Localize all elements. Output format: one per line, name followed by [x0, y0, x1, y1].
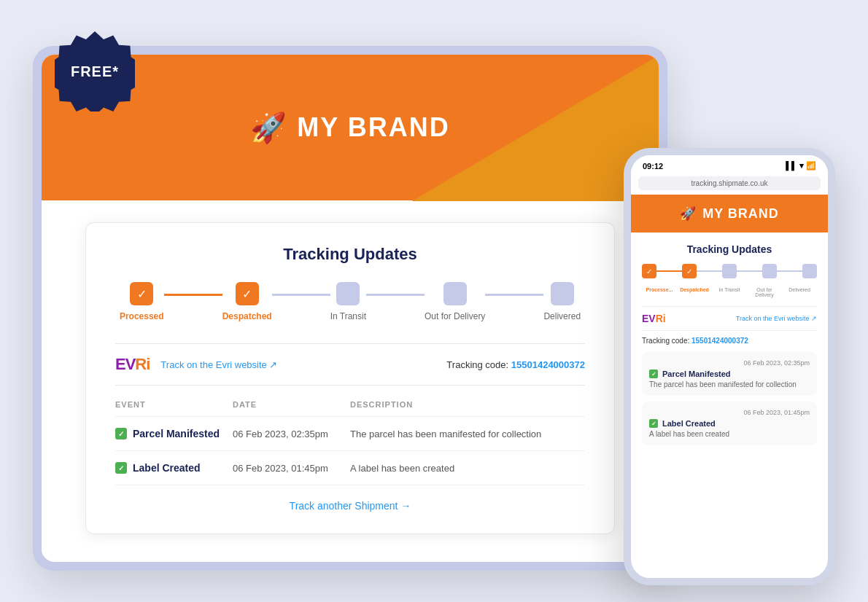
- desktop-mockup: 🚀 MY BRAND Tracking Updates ✓ Processed: [33, 46, 667, 571]
- tracking-card: Tracking Updates ✓ Processed ✓ Despatche…: [85, 222, 615, 534]
- step-delivered: Delivered: [543, 282, 581, 321]
- mobile-progress: ✓ ✓: [642, 264, 817, 278]
- mobile-content: Tracking Updates ✓ ✓ Processe... Despatc…: [631, 232, 828, 462]
- mobile-tracking-code: Tracking code: 15501424000372: [642, 337, 817, 345]
- carrier-left: EVRi Track on the Evri website ↗: [115, 355, 277, 374]
- rocket-icon: 🚀: [250, 111, 288, 145]
- mobile-event-date-2: 06 Feb 2023, 01:45pm: [649, 409, 810, 416]
- mobile-tracking-title: Tracking Updates: [642, 243, 817, 255]
- badge-text: FREE*: [71, 63, 119, 80]
- mobile-event-name-1: Parcel Manifested: [662, 370, 731, 378]
- connector-2: [272, 294, 330, 296]
- mobile-conn-3: [737, 270, 762, 272]
- mobile-conn-1: [656, 270, 682, 272]
- mobile-signal-icons: ▌▌ ▾ 📶: [786, 161, 816, 171]
- mobile-event-card-2: 06 Feb 2023, 01:45pm ✓ Label Created A l…: [642, 402, 817, 445]
- mobile-step-2: ✓: [682, 264, 697, 278]
- table-row: ✓ Parcel Manifested 06 Feb 2023, 02:35pm…: [115, 417, 585, 451]
- mobile-event-desc-2: A label has been created: [649, 430, 810, 438]
- desktop-brand-name: MY BRAND: [297, 112, 449, 143]
- step-out-for-delivery: Out for Delivery: [425, 282, 485, 321]
- mobile-label-2: Despatched: [677, 287, 712, 297]
- header-event: EVENT: [115, 400, 233, 409]
- step-circle-processed: ✓: [130, 282, 153, 305]
- step-label-processed: Processed: [120, 311, 164, 321]
- progress-bar: ✓ Processed ✓ Despatched: [115, 282, 585, 321]
- mobile-event-desc-1: The parcel has been manifested for colle…: [649, 380, 810, 388]
- mobile-url: tracking.shipmate.co.uk: [691, 179, 767, 187]
- scene: FREE* 🚀 MY BRAND Tracking Updates: [33, 17, 835, 585]
- mobile-label-3: In Transit: [712, 287, 747, 297]
- step-circle-delivered: [551, 282, 574, 305]
- mobile-event-title-2: ✓ Label Created: [649, 419, 810, 428]
- step-despatched: ✓ Despatched: [222, 282, 272, 321]
- step-circle-despatched: ✓: [236, 282, 259, 305]
- mobile-step-3: [722, 264, 737, 278]
- table-row: ✓ Label Created 06 Feb 2023, 01:45pm A l…: [115, 451, 585, 485]
- desktop-content: Tracking Updates ✓ Processed ✓ Despatche…: [42, 200, 659, 556]
- desktop-screen: 🚀 MY BRAND Tracking Updates ✓ Processed: [42, 55, 659, 562]
- evri-logo: EVRi: [115, 355, 150, 374]
- track-another-link[interactable]: Track another Shipment →: [115, 500, 585, 512]
- step-in-transit: In Transit: [330, 282, 366, 321]
- step-circle-in-transit: [336, 282, 360, 305]
- event-cell-2: ✓ Label Created: [115, 462, 233, 474]
- mobile-url-bar[interactable]: tracking.shipmate.co.uk: [638, 176, 821, 190]
- step-label-delivered: Delivered: [543, 311, 581, 321]
- mobile-brand: 🚀 MY BRAND: [680, 206, 779, 222]
- mobile-event-card-1: 06 Feb 2023, 02:35pm ✓ Parcel Manifested…: [642, 352, 817, 396]
- header-description: DESCRIPTION: [350, 400, 585, 409]
- mobile-event-title-1: ✓ Parcel Manifested: [649, 370, 810, 378]
- mobile-tracking-code-value: 15501424000372: [691, 337, 748, 345]
- tracking-code-row: Tracking code: 15501424000372: [446, 359, 585, 370]
- mobile-label-1: Processe...: [642, 287, 677, 297]
- mobile-conn-4: [777, 270, 802, 272]
- date-cell-2: 06 Feb 2023, 01:45pm: [233, 463, 350, 474]
- header-date: DATE: [233, 400, 350, 409]
- events-table: EVENT DATE DESCRIPTION ✓ Parcel Manifest…: [115, 400, 585, 485]
- mobile-time: 09:12: [643, 162, 663, 171]
- step-label-in-transit: In Transit: [330, 311, 366, 321]
- date-cell-1: 06 Feb 2023, 02:35pm: [233, 429, 350, 439]
- mobile-step-labels: Processe... Despatched In Transit Out fo…: [642, 287, 817, 297]
- step-label-despatched: Despatched: [222, 311, 272, 321]
- mobile-step-1: ✓: [642, 264, 656, 278]
- event-cell-1: ✓ Parcel Manifested: [115, 428, 233, 439]
- mobile-track-link[interactable]: Track on the Evri website ↗: [736, 315, 817, 322]
- mobile-carrier-row: EVRi Track on the Evri website ↗: [642, 306, 817, 331]
- track-link-text: Track on the Evri website ↗: [160, 359, 277, 370]
- mobile-check-1: ✓: [649, 370, 658, 378]
- mobile-conn-2: [697, 270, 722, 272]
- mobile-step-4: [762, 264, 777, 278]
- tracking-code-value: 15501424000372: [511, 359, 585, 370]
- mobile-check-2: ✓: [649, 419, 658, 428]
- track-on-evri-link[interactable]: Track on the Evri website ↗: [160, 359, 277, 370]
- mobile-label-5: Delivered: [782, 287, 817, 297]
- mobile-rocket-icon: 🚀: [680, 206, 697, 222]
- event-check-1: ✓: [115, 428, 127, 439]
- mobile-label-4: Out for Delivery: [747, 287, 782, 297]
- mobile-event-name-2: Label Created: [662, 419, 716, 428]
- step-label-out-for-delivery: Out for Delivery: [425, 311, 485, 321]
- connector-3: [366, 294, 425, 296]
- tracking-code-label: Tracking code:: [446, 359, 508, 370]
- tracking-title: Tracking Updates: [115, 245, 585, 264]
- mobile-header: 🚀 MY BRAND: [631, 195, 828, 232]
- connector-4: [485, 294, 543, 296]
- desktop-brand: 🚀 MY BRAND: [250, 111, 449, 145]
- mobile-step-5: [802, 264, 817, 278]
- mobile-evri-logo: EVRi: [642, 313, 666, 324]
- event-name-2: Label Created: [133, 462, 201, 474]
- mobile-event-date-1: 06 Feb 2023, 02:35pm: [649, 359, 810, 367]
- step-processed: ✓ Processed: [120, 282, 164, 321]
- carrier-row: EVRi Track on the Evri website ↗ Trackin…: [115, 343, 585, 386]
- desc-cell-1: The parcel has been manifested for colle…: [350, 429, 585, 439]
- desc-cell-2: A label has been created: [350, 463, 585, 474]
- mobile-tracking-code-label: Tracking code:: [642, 337, 691, 345]
- mobile-brand-name: MY BRAND: [702, 206, 779, 222]
- event-check-2: ✓: [115, 462, 127, 474]
- mobile-mockup: 09:12 ▌▌ ▾ 📶 tracking.shipmate.co.uk 🚀 M…: [624, 148, 835, 585]
- connector-1: [164, 294, 222, 296]
- free-badge: FREE*: [55, 31, 135, 112]
- event-name-1: Parcel Manifested: [133, 428, 220, 439]
